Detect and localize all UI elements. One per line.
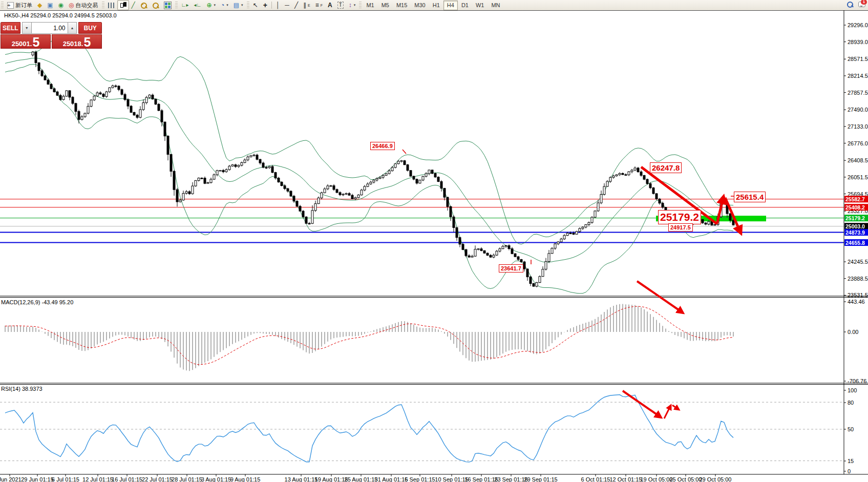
sell-price-big-digit: 5: [32, 36, 39, 48]
auto-trading-button[interactable]: ◎ 自动交易: [66, 0, 100, 10]
crosshair-tool-button[interactable]: +: [261, 0, 270, 10]
price-annotation[interactable]: 26247.8: [650, 162, 682, 173]
indicators-add-icon: ⊕: [206, 2, 211, 8]
price-annotation[interactable]: 24917.5: [668, 223, 693, 232]
toolbar-grip[interactable]: [1, 2, 4, 9]
toolbar-grip[interactable]: [102, 2, 104, 9]
vertical-line-tool-button[interactable]: │: [273, 0, 283, 10]
separator: [271, 2, 272, 9]
toolbar-grip[interactable]: [175, 2, 178, 9]
periods-button[interactable]: ◔▾: [218, 0, 231, 10]
timeframe-mn[interactable]: MN: [488, 1, 503, 10]
zoom-in-icon: +: [140, 2, 147, 9]
notifications-icon[interactable]: 1: [858, 1, 865, 8]
timeframe-h4[interactable]: H4: [443, 1, 458, 10]
price-annotation[interactable]: 23641.7: [499, 264, 523, 273]
timeframe-m15[interactable]: M15: [393, 1, 411, 10]
svg-text:29296.0: 29296.0: [848, 22, 868, 28]
volume-decrease-button[interactable]: ▼: [22, 22, 32, 34]
auto-trading-label: 自动交易: [76, 2, 98, 9]
sell-price-display[interactable]: 25001. 5: [1, 34, 51, 49]
svg-text:12 Jul 01:15: 12 Jul 01:15: [82, 476, 113, 482]
chart-canvas[interactable]: 29296.028939.028571.528214.527857.527490…: [0, 10, 868, 482]
text-label-tool-button[interactable]: T: [335, 0, 346, 10]
arrows-tool-button[interactable]: ↕▾: [346, 0, 358, 10]
auto-scroll-button[interactable]: ∟▸: [179, 0, 192, 10]
publisher-button[interactable]: ▣: [45, 0, 55, 10]
templates-button[interactable]: ▤▾: [231, 0, 246, 10]
toolbar-grip[interactable]: [359, 2, 362, 9]
horizontal-line-tool-button[interactable]: ─: [282, 0, 292, 10]
channel-tool-button[interactable]: ∥E: [301, 0, 313, 10]
bar-chart-mode-button[interactable]: [105, 0, 117, 10]
dropdown-arrow-icon[interactable]: ▾: [214, 3, 216, 7]
price-annotation[interactable]: 26466.9: [370, 142, 395, 150]
macd-indicator: [5, 304, 733, 371]
zoom-out-button[interactable]: -: [150, 0, 161, 10]
line-chart-mode-button[interactable]: ╱: [129, 0, 138, 10]
svg-text:27490.0: 27490.0: [848, 107, 868, 113]
trendline-icon: ╱: [294, 2, 298, 8]
buy-button[interactable]: BUY: [78, 22, 102, 34]
trendline-tool-button[interactable]: ╱: [292, 0, 301, 10]
rsi-indicator: [5, 395, 733, 463]
zoom-in-button[interactable]: +: [138, 0, 150, 10]
svg-text:12 Oct 01:15: 12 Oct 01:15: [610, 476, 642, 482]
dropdown-arrow-icon[interactable]: ▾: [354, 3, 356, 7]
trend-arrows[interactable]: [403, 150, 741, 418]
dropdown-arrow-icon[interactable]: ▾: [241, 3, 243, 7]
search-icon[interactable]: [846, 1, 853, 8]
svg-text:25179.2: 25179.2: [845, 215, 865, 221]
new-order-button[interactable]: + 新订单: [5, 0, 35, 10]
timeframe-bar: M1M5M15M30H1H4D1W1MN: [363, 1, 503, 10]
cursor-tool-button[interactable]: ↖: [250, 0, 261, 10]
line-chart-icon: ╱: [132, 2, 135, 8]
svg-text:28 Jul 01:15: 28 Jul 01:15: [172, 476, 202, 482]
timeframe-h1[interactable]: H1: [429, 1, 443, 10]
package-button[interactable]: ◆: [35, 0, 45, 10]
svg-text:Jun 2021: Jun 2021: [0, 476, 22, 482]
timeframe-m5[interactable]: M5: [378, 1, 393, 10]
timeframe-m1[interactable]: M1: [363, 1, 377, 10]
svg-text:25582.7: 25582.7: [845, 196, 865, 202]
svg-text:22 Jul 01:15: 22 Jul 01:15: [142, 476, 173, 482]
bar-chart-icon: [108, 3, 115, 8]
new-order-icon: +: [7, 2, 14, 9]
svg-text:10 Sep 01:15: 10 Sep 01:15: [435, 476, 468, 482]
autotrade-icon: ◎: [69, 2, 74, 8]
mt4-window: + 新订单 ◆ ▣ ◉ ◎ 自动交易 ╱ + - ∟▸ ◂∟ ⊕▾ ◔▾: [0, 0, 868, 482]
tile-windows-button[interactable]: [161, 0, 174, 10]
fibonacci-tool-button[interactable]: ≡F: [313, 0, 325, 10]
timeframe-d1[interactable]: D1: [458, 1, 472, 10]
volume-increase-button[interactable]: ▲: [68, 22, 77, 34]
channel-icon: ∥: [303, 2, 306, 8]
indicators-button[interactable]: ⊕▾: [204, 0, 218, 10]
svg-text:24873.9: 24873.9: [845, 229, 865, 236]
volume-input[interactable]: [32, 22, 68, 34]
rsi-label: RSI(14) 38.9373: [1, 386, 43, 392]
text-tool-button[interactable]: A: [325, 0, 335, 10]
notification-badge: 1: [861, 0, 867, 5]
dropdown-arrow-icon[interactable]: ▾: [226, 3, 228, 7]
auto-scroll-icon: ∟▸: [181, 2, 189, 8]
buy-price-display[interactable]: 25018. 5: [52, 34, 102, 49]
zoom-out-icon: -: [152, 2, 159, 9]
timeframe-m30[interactable]: M30: [411, 1, 429, 10]
candlestick-icon: [120, 2, 126, 9]
tile-windows-icon: [164, 2, 172, 9]
svg-text:16 Jul 01:15: 16 Jul 01:15: [112, 476, 142, 482]
toolbar-grip[interactable]: [247, 2, 249, 9]
cursor-icon: ↖: [253, 2, 258, 8]
candlestick-mode-button[interactable]: [117, 0, 129, 10]
vertical-line-icon: │: [276, 2, 280, 8]
svg-text:19 Oct 05:00: 19 Oct 05:00: [641, 476, 673, 482]
signals-button[interactable]: ◉: [56, 0, 66, 10]
price-annotation[interactable]: 25179.2: [658, 210, 701, 224]
timeframe-w1[interactable]: W1: [472, 1, 488, 10]
price-axis: 29296.028939.028571.528214.527857.527490…: [844, 22, 868, 474]
sell-button[interactable]: SELL: [1, 22, 20, 34]
svg-text:29 Oct 05:00: 29 Oct 05:00: [700, 476, 732, 482]
chart-shift-button[interactable]: ◂∟: [192, 0, 204, 10]
price-annotation[interactable]: 25615.4: [734, 192, 766, 202]
text-label-icon: T: [337, 2, 344, 9]
